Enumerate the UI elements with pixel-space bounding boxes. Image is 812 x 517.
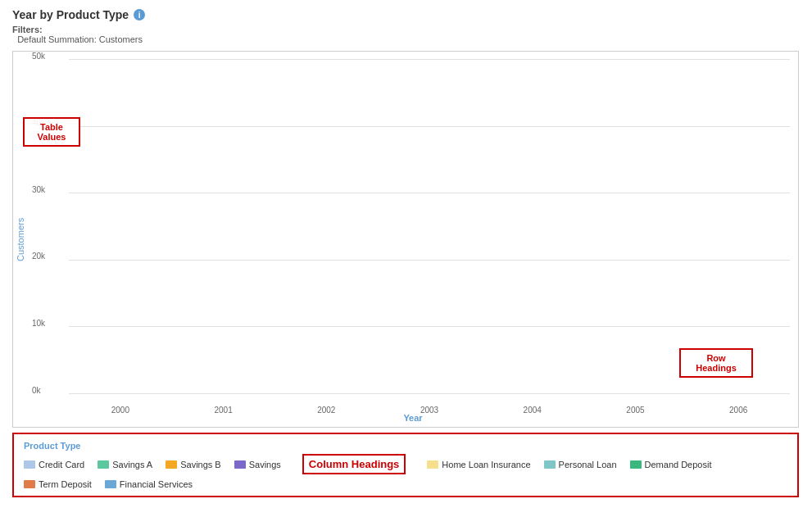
legend-item: Personal Loan [544, 454, 617, 474]
y-tick-label: 20k [32, 252, 45, 261]
year-label: 2000 [111, 406, 129, 415]
chart-area: Customers 50k40k30k20k10k0k 200020012002… [12, 51, 799, 428]
legend-label: Savings [249, 460, 281, 469]
column-headings-annotation: Column Headings [302, 454, 406, 474]
year-label: 2005 [626, 406, 644, 415]
chart-title: Year by Product Type i [12, 8, 800, 21]
legend-title: Product Type [24, 441, 787, 451]
year-label: 2002 [317, 406, 335, 415]
legend-label: Savings A [112, 460, 152, 469]
legend-item: Home Loan Insurance [427, 454, 530, 474]
chart-inner: 50k40k30k20k10k0k 2000200120022003200420… [28, 52, 798, 427]
y-tick-label: 30k [32, 184, 45, 193]
legend-swatch [630, 460, 642, 469]
legend-label: Savings B [180, 460, 221, 469]
legend-label: Financial Services [120, 479, 193, 489]
y-tick-label: 40k [32, 118, 45, 127]
legend-swatch [24, 460, 35, 469]
info-icon[interactable]: i [134, 9, 145, 20]
legend-item: Credit Card [24, 454, 84, 474]
legend-swatch [544, 460, 556, 469]
y-axis-label: Customers [13, 52, 28, 427]
legend-swatch [24, 480, 35, 488]
legend-item: Savings [234, 454, 281, 474]
legend-item: Demand Deposit [630, 454, 712, 474]
y-tick-label: 50k [32, 51, 45, 60]
legend-label: Credit Card [39, 460, 84, 469]
legend-swatch [105, 480, 116, 488]
x-axis-title: Year [403, 413, 422, 423]
year-label: 2006 [729, 406, 747, 415]
year-label: 2001 [214, 406, 232, 415]
filters-section: Filters: Default Summation: Customers [12, 25, 800, 44]
bars-container: 2000200120022003200420052006 [69, 60, 790, 394]
y-tick-label: 0k [32, 385, 41, 394]
legend-swatch [166, 460, 177, 469]
legend-label: Home Loan Insurance [442, 460, 530, 469]
legend-label: Term Deposit [39, 479, 92, 489]
y-tick-label: 10k [32, 318, 45, 327]
legend-items: Credit CardSavings ASavings BSavingsColu… [24, 454, 787, 489]
legend-swatch [98, 460, 109, 469]
year-label: 2003 [420, 406, 438, 415]
legend-container: Product Type Credit CardSavings ASavings… [12, 433, 799, 497]
year-label: 2004 [524, 406, 542, 415]
legend-label: Personal Loan [559, 460, 617, 469]
legend-item: Savings B [166, 454, 221, 474]
legend-swatch [427, 460, 438, 469]
legend-item: Term Deposit [24, 479, 92, 489]
legend-swatch [234, 460, 246, 469]
legend-item: Financial Services [105, 479, 193, 489]
legend-label: Demand Deposit [645, 460, 712, 469]
legend-item: Savings A [98, 454, 152, 474]
